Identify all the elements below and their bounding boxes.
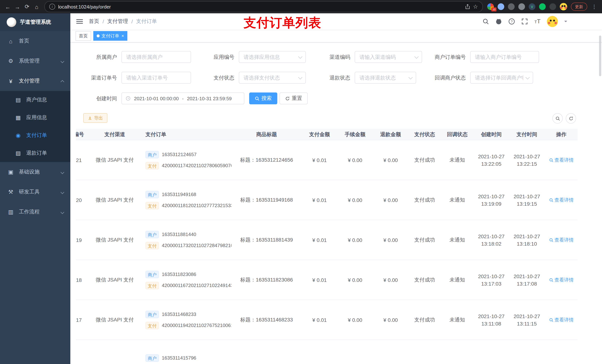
sidebar-item-label: 首页 (19, 38, 29, 44)
tab-pay-order[interactable]: 支付订单 × (93, 31, 127, 41)
extension-icon[interactable] (498, 3, 504, 10)
amount-cell: ¥ 0.01 (302, 277, 337, 283)
browser-forward-icon[interactable]: → (13, 2, 22, 11)
refund-cell: ¥ 0.00 (373, 317, 408, 323)
date-range-separator: - (182, 96, 184, 101)
sidebar-item-refund-order[interactable]: ▨ 退款订单 (0, 144, 70, 162)
sidebar-toggle-icon[interactable] (76, 19, 83, 24)
tools-icon: ⚒ (7, 189, 14, 195)
browser-reload-icon[interactable]: ⟳ (22, 2, 32, 11)
notify-status-filter-select[interactable] (470, 72, 533, 83)
help-icon[interactable]: ? (508, 18, 515, 25)
channel-code-filter-select[interactable] (355, 51, 422, 63)
merchant-tag: 商户 (146, 270, 159, 278)
pay-order-cell: 商户 1635311881440 支付 42000011732021102728… (142, 231, 231, 249)
sidebar-item-devtools[interactable]: ⚒ 研发工具 (0, 182, 70, 202)
refund-status-filter-select[interactable] (355, 72, 416, 83)
sidebar-menu: ⌂ 首页 ⚙ 系统管理 ¥ 支付管理 ▤ 商户信息 (0, 31, 70, 222)
view-detail-link[interactable]: 查看详情 (549, 237, 574, 243)
view-detail-link[interactable]: 查看详情 (549, 316, 574, 323)
site-info-icon[interactable]: i (49, 4, 55, 10)
card-icon: ▤ (15, 96, 22, 103)
app-navbar: 首页 / 支付管理 / 支付订单 ? (70, 13, 602, 30)
search-icon (549, 198, 553, 202)
export-button[interactable]: 导出 (83, 113, 107, 123)
bookmark-star-icon[interactable]: ☆ (473, 3, 478, 10)
extension-icon[interactable] (539, 3, 546, 10)
font-size-icon[interactable]: TT (534, 18, 540, 25)
sidebar-item-label: 支付管理 (19, 78, 40, 84)
fullscreen-icon[interactable] (521, 18, 528, 25)
share-icon[interactable] (465, 4, 470, 9)
merchant-filter-input[interactable] (121, 51, 191, 63)
search-button[interactable]: 搜索 (249, 93, 277, 104)
avatar-caret-icon[interactable] (564, 21, 567, 24)
breadcrumb-payment[interactable]: 支付管理 (107, 18, 128, 25)
create-time-range-picker[interactable]: 2021-10-01 00:00:00 - 2021-10-31 23:59:5… (121, 93, 244, 104)
col-status: 支付状态 (408, 129, 441, 140)
tab-home[interactable]: 首页 (75, 31, 91, 41)
profile-avatar[interactable] (560, 3, 567, 10)
sidebar-item-workflow[interactable]: ▥ 工作流程 (0, 202, 70, 222)
chevron-down-icon (61, 170, 64, 174)
fee-cell: ¥ 0.00 (337, 317, 373, 323)
merchant-filter-label: 所属商户 (73, 51, 121, 63)
sidebar-item-infrastructure[interactable]: ▣ 基础设施 (0, 162, 70, 182)
col-create-time: 创建时间 (473, 129, 509, 140)
pin-extension-icon[interactable] (549, 3, 556, 10)
breadcrumb-home[interactable]: 首页 (89, 18, 99, 25)
tab-label: 支付订单 (101, 33, 119, 39)
sidebar-item-app-info[interactable]: ▦ 应用信息 (0, 109, 70, 126)
title-cell: 标题：1635311949168 (231, 197, 302, 203)
refund-cell: ¥ 0.00 (373, 197, 408, 203)
merchant-tag: 商户 (146, 231, 159, 238)
pay-tag: 支付 (146, 322, 159, 329)
close-tab-icon[interactable]: × (121, 33, 124, 39)
view-detail-link[interactable]: 查看详情 (549, 197, 574, 203)
chevron-down-icon (61, 210, 64, 214)
yen-icon: ¥ (7, 78, 14, 84)
github-icon[interactable] (495, 18, 502, 25)
search-toggle-button[interactable] (552, 113, 563, 124)
refresh-table-button[interactable] (566, 113, 576, 124)
browser-home-icon[interactable]: ⌂ (32, 2, 42, 11)
reset-button[interactable]: 重置 (280, 93, 308, 104)
search-icon[interactable] (483, 18, 489, 25)
pay-time-cell: 2021-10-2713:17:08 (509, 272, 545, 287)
extension-icon[interactable] (508, 3, 515, 10)
sidebar: 芋道管理系统 ⌂ 首页 ⚙ 系统管理 ¥ 支付管理 (0, 13, 70, 364)
orders-table: 编号 支付渠道 支付订单 商品标题 支付金额 手续金额 退款金额 支付状态 回调… (76, 129, 578, 364)
sidebar-item-home[interactable]: ⌂ 首页 (0, 31, 70, 51)
table-mini-actions (552, 113, 576, 124)
sidebar-item-pay-order[interactable]: ◉ 支付订单 (0, 126, 70, 144)
extension-icon[interactable]: 10 (487, 3, 494, 10)
channel-cell: 微信 JSAPI 支付 (87, 277, 142, 283)
fee-cell: ¥ 0.00 (337, 277, 373, 283)
app-filter-select[interactable] (239, 51, 306, 63)
address-bar[interactable]: i localhost:1024/pay/order ☆ (44, 1, 483, 12)
app-logo: 芋道管理系统 (0, 13, 70, 31)
pay-status-filter-select[interactable] (239, 72, 306, 83)
browser-back-icon[interactable]: ← (3, 2, 13, 11)
sidebar-item-system[interactable]: ⚙ 系统管理 (0, 51, 70, 71)
view-detail-link[interactable]: 查看详情 (549, 157, 574, 163)
dashboard-icon: ⌂ (7, 38, 14, 44)
order-id-cell: 19 (76, 237, 87, 243)
pay-status-filter-label: 支付状态 (190, 72, 239, 83)
chrome-menu-icon[interactable]: ⋮ (591, 4, 598, 10)
extension-icon[interactable] (518, 3, 525, 10)
vue-devtools-extension-icon[interactable]: V (529, 3, 535, 10)
tags-view: 首页 支付订单 × (70, 30, 602, 42)
col-notify: 回调状态 (441, 129, 473, 140)
navbar-actions: ? TT (483, 16, 596, 27)
pay-tag: 支付 (146, 162, 159, 169)
sidebar-item-payment[interactable]: ¥ 支付管理 (0, 71, 70, 91)
channel-order-no-filter-input[interactable] (121, 72, 191, 83)
merchant-order-no-filter-input[interactable] (470, 51, 539, 63)
scrollbar-thumb[interactable] (599, 35, 601, 76)
user-avatar[interactable] (547, 16, 558, 27)
chrome-update-button[interactable]: 更新 (571, 3, 587, 11)
sidebar-item-merchant-info[interactable]: ▤ 商户信息 (0, 91, 70, 109)
amount-cell: ¥ 0.01 (302, 197, 337, 203)
view-detail-link[interactable]: 查看详情 (549, 277, 574, 283)
